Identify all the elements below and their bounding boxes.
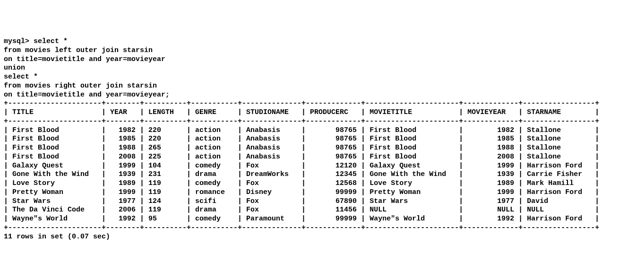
mysql-terminal-output: mysql> select * from movies left outer j… (4, 37, 640, 241)
